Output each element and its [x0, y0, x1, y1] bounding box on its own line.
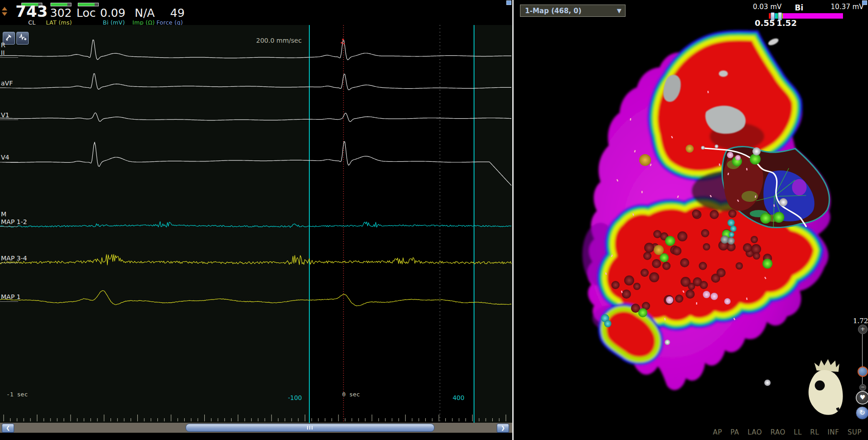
ablation-lesion-dots-item[interactable] [680, 258, 689, 267]
map-point-dots-gray-item [727, 237, 735, 245]
orient-button-lao[interactable]: LAO [747, 428, 762, 436]
ablation-lesion-dots-item[interactable] [700, 281, 708, 289]
activation-tick [641, 191, 643, 193]
map-point-dots-green-item[interactable] [760, 213, 771, 224]
ablation-lesion-dots-item[interactable] [649, 272, 659, 282]
orientation-buttons: AP PA LAO RAO LL RL INF SUP [707, 428, 862, 436]
ablation-lesion-dots-item[interactable] [672, 246, 681, 255]
trace-label-underline [0, 120, 18, 120]
reference-beat-marker [341, 42, 343, 44]
trace-label-v1: V1 [1, 112, 9, 118]
ablation-lesion-dots-item[interactable] [717, 268, 726, 277]
orient-button-ap[interactable]: AP [713, 428, 722, 436]
ablation-lesion-dots-item[interactable] [692, 210, 700, 218]
ablation-lesion-dots-item[interactable] [677, 231, 687, 241]
sort-chevrons-icon[interactable] [2, 7, 7, 18]
map-point-dots-orange-item[interactable] [654, 245, 664, 255]
scroll-left-button[interactable]: ❮ [2, 424, 14, 433]
window-indicator[interactable] [862, 0, 867, 5]
map-point-spheres-white-item [715, 145, 718, 148]
heart-reference-icon[interactable] [808, 359, 843, 415]
heart-view-button[interactable]: ♥ [856, 391, 868, 405]
cl-value: 743 [15, 2, 48, 20]
ablation-lesion-dots-item[interactable] [753, 252, 760, 260]
scrollbar-thumb[interactable] [186, 424, 434, 432]
orient-button-ll[interactable]: LL [794, 428, 802, 436]
reset-view-button[interactable]: ↻ [856, 406, 868, 420]
ablation-lesion-dots-item[interactable] [624, 275, 634, 285]
lat-value: 302 [50, 6, 72, 20]
orient-button-rl[interactable]: RL [810, 428, 819, 436]
zoom-out-button[interactable]: − [859, 384, 866, 391]
activation-tick [630, 118, 631, 120]
map-point-dots-green-item[interactable] [750, 154, 761, 165]
time-scrollbar[interactable]: ❮ ❯ [0, 423, 512, 433]
imp-value: N/A [135, 6, 155, 20]
zoom-slider-knob[interactable] [858, 366, 868, 377]
activation-tick [696, 302, 697, 305]
ablation-lesion-dots-item[interactable] [643, 252, 651, 260]
orient-button-sup[interactable]: SUP [848, 428, 862, 436]
map-point-spheres-pink-item [727, 152, 733, 158]
ablation-lesion-dots-item[interactable] [686, 290, 695, 299]
ablation-lesion-dots-item[interactable] [644, 243, 654, 253]
ablation-lesion-dots-item[interactable] [675, 295, 683, 303]
ablation-lesion-dots-item[interactable] [622, 290, 631, 299]
reference-beat-marker [342, 39, 344, 40]
time-label-zero: 0 sec [342, 391, 360, 398]
orient-button-inf[interactable]: INF [828, 428, 839, 436]
scroll-right-button[interactable]: ❯ [497, 424, 509, 433]
trace-label-map1: MAP 1 [1, 294, 20, 300]
zoom-scale-value: 1.72 [853, 317, 868, 325]
scale-max-label: 10.37 mV [831, 3, 864, 11]
ablation-lesion-dots-item[interactable] [641, 269, 649, 277]
force-value: 49 [170, 6, 185, 20]
ablation-lesion-dots-item[interactable] [652, 259, 661, 268]
ablation-lesion-dots-item[interactable] [633, 283, 641, 290]
ablation-lesion-dots-item[interactable] [710, 210, 719, 219]
trace-label-underline [0, 301, 18, 302]
zoom-in-button[interactable]: + [858, 325, 868, 334]
ablation-lesion-dots-item[interactable] [703, 243, 710, 250]
ecg-traces-canvas [0, 25, 512, 423]
ablation-lesion-dots-item[interactable] [699, 262, 707, 270]
trace-label-underline [0, 57, 18, 58]
window-indicator[interactable] [506, 0, 511, 5]
catheter-electrode-dots-item [604, 320, 611, 327]
trace-label-underline [0, 226, 18, 227]
orient-button-rao[interactable]: RAO [770, 428, 785, 436]
point-info-header: 743 CL 302 LAT (ms) Loc 0.09 Bi (mV) N/A… [0, 0, 512, 25]
scale-min-label: 0.03 mV [753, 3, 782, 11]
scale-low-value: 0.55 [755, 18, 775, 28]
map-point-dots-green-item[interactable] [660, 253, 669, 262]
map-point-spheres-white-item [701, 146, 705, 150]
orient-button-pa[interactable]: PA [730, 428, 739, 436]
ablation-lesion-dots-item[interactable] [701, 229, 709, 237]
voltage-map-3d[interactable] [514, 0, 868, 440]
ablation-lesion-dots-item[interactable] [751, 236, 758, 243]
map-point-dots-green-item[interactable] [665, 236, 675, 246]
sweep-speed-label: 200.0 mm/sec [256, 37, 302, 44]
ablation-lesion-dots-item[interactable] [653, 230, 661, 238]
ablation-lesion-dots-item[interactable] [743, 243, 752, 252]
scale-type-label: Bi [795, 3, 803, 12]
trace-label-map3-4: MAP 3-4 [1, 255, 27, 261]
trace-label-underline [0, 88, 18, 88]
map-point-dots-orange-item[interactable] [639, 154, 651, 166]
map-point-spheres-pink-item [666, 296, 673, 304]
map-selector-dropdown[interactable]: 1-Map (468, 0) ▼ [520, 5, 626, 17]
signal-quality-bar [78, 3, 99, 6]
trace-label-underline [0, 162, 18, 162]
add-signal-button[interactable] [16, 32, 29, 45]
map-point-dots-green-item[interactable] [773, 212, 784, 223]
ablation-lesion-dots-item[interactable] [728, 210, 737, 218]
map-point-dots-green-item[interactable] [638, 308, 647, 317]
ablation-lesion-dots-item[interactable] [736, 262, 743, 270]
ablation-lesion-dots-item[interactable] [662, 262, 671, 270]
trace-label-underline [0, 263, 18, 263]
ablation-lesion-dots-item[interactable] [611, 281, 620, 289]
map-point-dots-green-item[interactable] [762, 259, 772, 269]
map-point-dots-orange-item[interactable] [686, 145, 694, 153]
map-point-spheres-pink-item [724, 298, 731, 305]
map-point-spheres-pink-item [735, 155, 741, 160]
